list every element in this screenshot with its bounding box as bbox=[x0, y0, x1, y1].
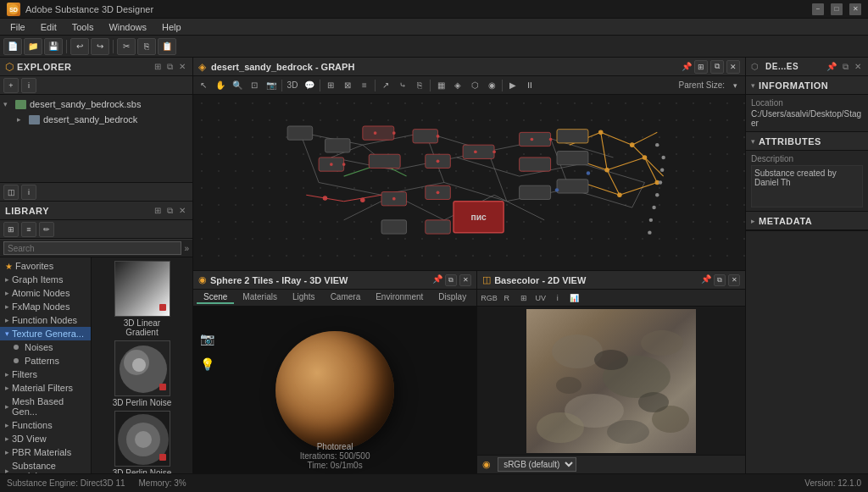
lib-item-mesh-based[interactable]: ▸ Mesh Based Gen... bbox=[0, 395, 91, 418]
lib-view-list[interactable]: ≡ bbox=[21, 222, 36, 237]
lib-item-fxmap[interactable]: ▸ FxMap Nodes bbox=[0, 300, 91, 313]
explorer-info-btn[interactable]: i bbox=[21, 78, 36, 93]
explorer-add-btn[interactable]: + bbox=[3, 78, 19, 93]
gtool-grid[interactable]: ⊞ bbox=[323, 78, 338, 93]
lib-item-noises[interactable]: Noises bbox=[0, 340, 91, 354]
color-space-select[interactable]: sRGB (default) bbox=[498, 457, 576, 472]
gtool-zoom[interactable]: 🔍 bbox=[230, 78, 245, 93]
tree-subfile-item[interactable]: ▸ desert_sandy_bedrock bbox=[0, 112, 192, 127]
graph-float-btn[interactable]: ⧉ bbox=[710, 60, 724, 74]
tab-camera[interactable]: Camera bbox=[324, 291, 368, 304]
gtool-pipe[interactable]: ↗ bbox=[378, 78, 393, 93]
tab-display[interactable]: Display bbox=[431, 291, 473, 304]
graph-canvas[interactable]: пис bbox=[193, 95, 745, 270]
graph-dock-btn[interactable]: ⊞ bbox=[694, 60, 708, 74]
tab-environment[interactable]: Environment bbox=[369, 291, 430, 304]
gtool-route[interactable]: ⤷ bbox=[395, 78, 410, 93]
gtool-pan[interactable]: ✋ bbox=[213, 78, 228, 93]
toolbar-save[interactable]: 💾 bbox=[44, 38, 63, 55]
minimize-button[interactable]: − bbox=[812, 3, 824, 15]
lib-item-3d-view[interactable]: ▸ 3D View bbox=[0, 432, 91, 445]
library-float-icon[interactable]: ⧉ bbox=[165, 206, 175, 216]
tab-lights[interactable]: Lights bbox=[286, 291, 322, 304]
lib-item-substance-model[interactable]: ▸ Substance model... bbox=[0, 459, 91, 473]
graph-close-btn[interactable]: ✕ bbox=[726, 60, 740, 74]
info-close-icon[interactable]: ✕ bbox=[853, 62, 863, 72]
info-collapse-icon[interactable]: ▾ bbox=[751, 81, 755, 90]
2d-uv-btn[interactable]: UV bbox=[533, 290, 548, 306]
gtool-3d[interactable]: 3D bbox=[285, 78, 300, 93]
gtool-snap[interactable]: ⊠ bbox=[340, 78, 355, 93]
lib-item-function-nodes[interactable]: ▸ Function Nodes bbox=[0, 313, 91, 327]
lib-item-atomic-nodes[interactable]: ▸ Atomic Nodes bbox=[0, 286, 91, 300]
explorer-close-icon[interactable]: ✕ bbox=[177, 62, 187, 72]
lib-item-patterns[interactable]: Patterns bbox=[0, 354, 91, 368]
info-pin-icon[interactable]: 📌 bbox=[825, 62, 838, 72]
lib-view-grid[interactable]: ⊞ bbox=[3, 222, 19, 237]
tree-file-item[interactable]: ▾ desert_sandy_bedrock.sbs bbox=[0, 97, 192, 112]
menu-file[interactable]: File bbox=[3, 20, 32, 34]
lib-item-filters[interactable]: ▸ Filters bbox=[0, 368, 91, 381]
close-button[interactable]: ✕ bbox=[849, 3, 861, 15]
lib-item-material-filters[interactable]: ▸ Material Filters bbox=[0, 381, 91, 395]
explorer-float-icon[interactable]: ⧉ bbox=[165, 62, 175, 72]
toolbar-new[interactable]: 📄 bbox=[3, 38, 22, 55]
exp-tool-2[interactable]: i bbox=[21, 185, 36, 200]
view-2d-content[interactable] bbox=[477, 307, 745, 455]
view-3d-float-btn[interactable]: ⧉ bbox=[445, 274, 457, 286]
preview-thumb-1[interactable]: 3D Linear Gradient bbox=[95, 261, 189, 337]
view-2d-pin-icon[interactable]: 📌 bbox=[701, 274, 711, 286]
lib-item-texture-gen[interactable]: ▾ Texture Genera... bbox=[0, 327, 91, 340]
2d-chart-btn[interactable]: 📊 bbox=[567, 290, 582, 306]
library-close-icon[interactable]: ✕ bbox=[177, 206, 187, 216]
lib-item-functions[interactable]: ▸ Functions bbox=[0, 418, 91, 432]
preview-thumb-3[interactable]: 3D Perlin Noise ... bbox=[95, 411, 189, 473]
toolbar-copy[interactable]: ⎘ bbox=[137, 38, 156, 55]
preview-thumb-2[interactable]: 3D Perlin Noise bbox=[95, 340, 189, 407]
gtool-t2[interactable]: ◈ bbox=[450, 78, 465, 93]
menu-edit[interactable]: Edit bbox=[34, 20, 64, 34]
gtool-t1[interactable]: ▦ bbox=[433, 78, 448, 93]
toolbar-undo[interactable]: ↩ bbox=[70, 38, 89, 55]
gtool-t3[interactable]: ⬡ bbox=[467, 78, 482, 93]
toolbar-open[interactable]: 📁 bbox=[24, 38, 42, 55]
2d-channel-r[interactable]: R bbox=[499, 290, 515, 306]
view-3d-content[interactable]: 📷 💡 Photoreal Iterations: 500/500 Time: … bbox=[193, 307, 476, 473]
2d-info-btn[interactable]: i bbox=[550, 290, 565, 306]
gtool-export[interactable]: ⎘ bbox=[412, 78, 427, 93]
tab-scene[interactable]: Scene bbox=[197, 291, 234, 304]
view-3d-pin-icon[interactable]: 📌 bbox=[432, 274, 442, 286]
menu-tools[interactable]: Tools bbox=[65, 20, 101, 34]
menu-help[interactable]: Help bbox=[155, 20, 188, 34]
toolbar-redo[interactable]: ↪ bbox=[91, 38, 109, 55]
gtool-camera[interactable]: 📷 bbox=[264, 78, 279, 93]
search-input[interactable] bbox=[3, 241, 181, 255]
lib-item-graph-items[interactable]: ▸ Graph Items bbox=[0, 273, 91, 286]
gtool-t4[interactable]: ◉ bbox=[484, 78, 499, 93]
lib-pencil[interactable]: ✏ bbox=[39, 222, 54, 237]
toolbar-cut[interactable]: ✂ bbox=[117, 38, 136, 55]
maximize-button[interactable]: □ bbox=[831, 3, 843, 15]
toolbar-paste[interactable]: 📋 bbox=[158, 38, 176, 55]
pin-icon[interactable]: 📌 bbox=[682, 62, 692, 71]
attr-collapse-icon[interactable]: ▾ bbox=[751, 137, 755, 146]
gtool-nav[interactable]: ↖ bbox=[196, 78, 211, 93]
gtool-play[interactable]: ▶ bbox=[505, 78, 520, 93]
gtool-comment[interactable]: 💬 bbox=[302, 78, 317, 93]
explorer-dock-icon[interactable]: ⊞ bbox=[153, 62, 163, 72]
tab-materials[interactable]: Materials bbox=[236, 291, 284, 304]
gtool-align[interactable]: ≡ bbox=[357, 78, 372, 93]
view-2d-close-btn[interactable]: ✕ bbox=[728, 274, 740, 286]
2d-tile-btn[interactable]: ⊞ bbox=[516, 290, 531, 306]
gtool-pause[interactable]: ⏸ bbox=[522, 78, 537, 93]
gtool-frame[interactable]: ⊡ bbox=[247, 78, 262, 93]
exp-tool-1[interactable]: ◫ bbox=[3, 185, 19, 200]
parent-size-dropdown[interactable]: ▾ bbox=[727, 78, 743, 93]
lib-item-pbr[interactable]: ▸ PBR Materials bbox=[0, 445, 91, 459]
view-3d-close-btn[interactable]: ✕ bbox=[459, 274, 471, 286]
meta-collapse-icon[interactable]: ▸ bbox=[751, 217, 755, 225]
tree-subfile-name[interactable]: desert_sandy_bedrock bbox=[43, 114, 137, 124]
menu-windows[interactable]: Windows bbox=[102, 20, 153, 34]
2d-channel-rgb[interactable]: RGB bbox=[481, 290, 498, 306]
info-float-icon[interactable]: ⧉ bbox=[841, 62, 850, 72]
